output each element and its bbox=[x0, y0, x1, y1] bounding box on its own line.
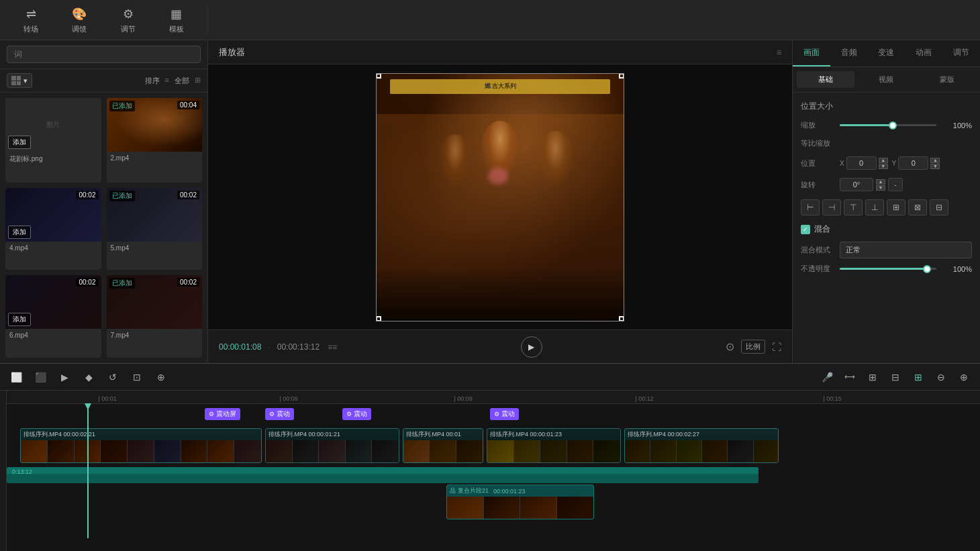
align-top-button[interactable]: ⊥ bbox=[865, 199, 884, 215]
playhead[interactable] bbox=[87, 404, 89, 538]
play-tool-button[interactable]: ▶ bbox=[55, 368, 74, 387]
position-x-input[interactable] bbox=[846, 156, 877, 170]
link1-button[interactable]: ⟷ bbox=[840, 368, 859, 387]
effect-label[interactable]: ⚙ 震动屏 bbox=[205, 408, 240, 420]
tab-picture[interactable]: 画面 bbox=[793, 40, 830, 66]
resize-handle-bl[interactable] bbox=[376, 316, 381, 321]
x-down-button[interactable]: ▼ bbox=[879, 164, 888, 169]
align-distribute-button[interactable]: ⊟ bbox=[930, 199, 948, 215]
media-item[interactable]: 添加 00:02 6.mp4 bbox=[5, 275, 101, 358]
right-panel: 画面 音频 变速 动画 调节 基础 视频 蒙版 位置大小 缩放 bbox=[792, 40, 980, 363]
y-down-button[interactable]: ▼ bbox=[930, 164, 940, 169]
rotation-reset-button[interactable]: - bbox=[888, 178, 903, 191]
play-button[interactable]: ▶ bbox=[521, 336, 542, 358]
sub-tab-basic[interactable]: 基础 bbox=[797, 71, 854, 88]
ratio-button[interactable]: 比例 bbox=[741, 340, 765, 354]
main-content: ▾ 排序 ≡ 全部 ⊞ 图片 添加 花剧标.png bbox=[0, 40, 980, 363]
sticker-tool-button[interactable]: ⊕ bbox=[152, 368, 170, 387]
magnet-button[interactable]: ⊞ bbox=[863, 368, 882, 387]
media-duration: 00:02 bbox=[177, 278, 199, 287]
video-clip[interactable]: 排练序列.MP4 00:00:01:23 bbox=[487, 428, 621, 463]
mic-button[interactable]: 🎤 bbox=[818, 368, 836, 387]
media-item[interactable]: 已添加 00:04 2.mp4 bbox=[107, 98, 203, 183]
media-item[interactable]: 已添加 00:02 7.mp4 bbox=[107, 275, 203, 358]
toolbar-filter[interactable]: 🎨 调馈 bbox=[71, 6, 87, 34]
frame-grid-icon[interactable]: ≡≡ bbox=[328, 342, 337, 352]
effect-label[interactable]: ⚙ 震动 bbox=[490, 408, 519, 420]
rotation-input[interactable] bbox=[840, 178, 873, 191]
minus-button[interactable]: ⊖ bbox=[932, 368, 950, 387]
effect-label[interactable]: ⚙ 震动 bbox=[265, 408, 294, 420]
rotation-up-button[interactable]: ▲ bbox=[876, 179, 885, 185]
rotation-down-button[interactable]: ▼ bbox=[876, 185, 885, 191]
align-right-button[interactable]: ⊤ bbox=[844, 199, 863, 215]
x-up-button[interactable]: ▲ bbox=[879, 158, 888, 163]
add-media-button[interactable]: 添加 bbox=[8, 313, 31, 326]
blend-title: 混合 bbox=[814, 223, 830, 235]
timeline-labels bbox=[0, 391, 7, 551]
video-clips-row: 排练序列.MP4 00:00:02:21 bbox=[7, 428, 980, 466]
video-clip[interactable]: 排练序列.MP4 00:00:01:21 bbox=[265, 428, 399, 463]
clip-filmstrip bbox=[487, 440, 620, 463]
tab-animation[interactable]: 动画 bbox=[905, 40, 942, 66]
video-clip[interactable]: 排练序列.MP4 00:00:02:27 bbox=[624, 428, 779, 463]
toolbar-transition[interactable]: ⇌ 转场 bbox=[23, 6, 39, 34]
position-y-input[interactable] bbox=[898, 156, 928, 170]
align-bottom-button[interactable]: ⊠ bbox=[908, 199, 927, 215]
media-item[interactable]: 图片 添加 花剧标.png bbox=[5, 98, 101, 183]
top-toolbar: ⇌ 转场 🎨 调馈 ⚙ 调节 ▦ 模板 bbox=[0, 0, 980, 40]
blend-mode-select[interactable]: 正常 bbox=[840, 242, 972, 258]
tab-speed[interactable]: 变速 bbox=[868, 40, 905, 66]
media-thumbnail: 已添加 00:02 bbox=[107, 188, 203, 242]
toolbar-adjust[interactable]: ⚙ 调节 bbox=[120, 6, 136, 34]
preview-menu-icon[interactable]: ≡ bbox=[777, 48, 781, 57]
select-tool-button[interactable]: ⬜ bbox=[7, 368, 26, 387]
add-media-button[interactable]: 添加 bbox=[8, 136, 31, 149]
zoom-button[interactable]: ⊕ bbox=[954, 368, 973, 387]
video-clip[interactable]: 排练序列.MP4 00:00:02:21 bbox=[20, 428, 262, 463]
opacity-thumb[interactable] bbox=[923, 265, 931, 273]
effect-label[interactable]: ⚙ 震动 bbox=[342, 408, 371, 420]
opacity-slider[interactable] bbox=[840, 268, 936, 270]
toolbar-template[interactable]: ▦ 模板 bbox=[168, 6, 185, 34]
video-clip[interactable]: 排练序列.MP4 00:01 bbox=[403, 428, 483, 463]
crop-tool-button[interactable]: ⊡ bbox=[128, 368, 146, 387]
media-thumbnail: 已添加 00:04 bbox=[107, 98, 203, 152]
sub-tab-video[interactable]: 视频 bbox=[857, 71, 915, 88]
add-media-button[interactable]: 添加 bbox=[8, 226, 31, 239]
fullscreen-button[interactable]: ⛶ bbox=[772, 342, 781, 352]
added-badge: 已添加 bbox=[109, 101, 135, 111]
loop-tool-button[interactable]: ↺ bbox=[103, 368, 122, 387]
align-center-h-button[interactable]: ⊣ bbox=[822, 199, 841, 215]
timeline-tracks[interactable]: | 00:01 | 00:06 | 00:09 | 00:12 | 00:15 … bbox=[7, 391, 980, 551]
split-tool-button[interactable]: ⬛ bbox=[31, 368, 50, 387]
grid-view-button[interactable]: ▾ bbox=[7, 73, 32, 88]
media-filename: 4.mp4 bbox=[5, 242, 101, 254]
media-item[interactable]: 添加 00:02 4.mp4 bbox=[5, 188, 101, 270]
media-duration: 00:04 bbox=[177, 101, 199, 109]
align-left-button[interactable]: ⊢ bbox=[801, 199, 820, 215]
link2-button[interactable]: ⊟ bbox=[886, 368, 905, 387]
snapshot-button[interactable]: ⊙ bbox=[726, 340, 734, 353]
media-item[interactable]: 已添加 00:02 5.mp4 bbox=[107, 188, 203, 270]
align-center-v-button[interactable]: ⊞ bbox=[887, 199, 905, 215]
selected-button[interactable]: ⊞ bbox=[909, 368, 928, 387]
position-x-group: X ▲ ▼ bbox=[840, 156, 888, 170]
search-input[interactable] bbox=[7, 46, 201, 63]
resize-handle-tl[interactable] bbox=[376, 73, 381, 79]
resize-handle-br[interactable] bbox=[619, 316, 624, 321]
tab-audio[interactable]: 音频 bbox=[830, 40, 868, 66]
resize-handle-tr[interactable] bbox=[619, 73, 624, 79]
sort-button[interactable]: 排序 bbox=[145, 76, 160, 86]
zoom-thumb[interactable] bbox=[889, 121, 897, 130]
sub-tab-mask[interactable]: 蒙版 bbox=[918, 71, 976, 88]
tab-adjust[interactable]: 调节 bbox=[942, 40, 980, 66]
zoom-slider[interactable] bbox=[840, 124, 936, 126]
all-button[interactable]: 全部 bbox=[175, 76, 189, 86]
keyframe-tool-button[interactable]: ◆ bbox=[79, 368, 98, 387]
composite-clip[interactable]: 品 复合片段21 00:00:01:23 bbox=[446, 485, 594, 519]
y-up-button[interactable]: ▲ bbox=[930, 158, 940, 163]
blend-checkbox[interactable]: ✓ bbox=[801, 225, 810, 234]
media-filename: 6.mp4 bbox=[5, 329, 101, 342]
transition-icon: ⇌ bbox=[23, 6, 39, 22]
